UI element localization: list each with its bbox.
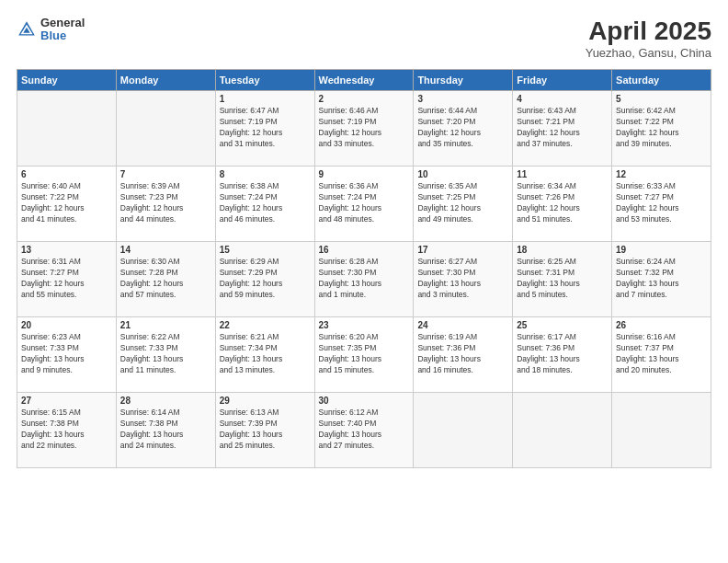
day-number: 12 (616, 169, 707, 179)
title-month: April 2025 (586, 17, 711, 46)
calendar-row: 13Sunrise: 6:31 AM Sunset: 7:27 PM Dayli… (17, 242, 711, 317)
calendar-cell (414, 393, 513, 468)
calendar-cell: 29Sunrise: 6:13 AM Sunset: 7:39 PM Dayli… (215, 393, 314, 468)
calendar-cell: 19Sunrise: 6:24 AM Sunset: 7:32 PM Dayli… (612, 242, 711, 317)
header-row: Sunday Monday Tuesday Wednesday Thursday… (17, 70, 711, 91)
calendar-cell (17, 91, 117, 167)
title-block: April 2025 Yuezhao, Gansu, China (586, 17, 711, 60)
day-info: Sunrise: 6:28 AM Sunset: 7:30 PM Dayligh… (319, 257, 410, 301)
day-info: Sunrise: 6:35 AM Sunset: 7:25 PM Dayligh… (417, 181, 508, 225)
day-number: 1 (220, 94, 311, 104)
header: General Blue April 2025 Yuezhao, Gansu, … (17, 17, 711, 60)
day-info: Sunrise: 6:36 AM Sunset: 7:24 PM Dayligh… (319, 181, 410, 225)
day-info: Sunrise: 6:20 AM Sunset: 7:35 PM Dayligh… (319, 332, 410, 376)
day-info: Sunrise: 6:42 AM Sunset: 7:22 PM Dayligh… (616, 106, 707, 150)
day-info: Sunrise: 6:24 AM Sunset: 7:32 PM Dayligh… (616, 257, 707, 301)
day-number: 21 (120, 320, 211, 330)
day-info: Sunrise: 6:47 AM Sunset: 7:19 PM Dayligh… (220, 106, 311, 150)
day-info: Sunrise: 6:25 AM Sunset: 7:31 PM Dayligh… (517, 257, 608, 301)
calendar-cell: 22Sunrise: 6:21 AM Sunset: 7:34 PM Dayli… (215, 317, 314, 393)
day-info: Sunrise: 6:43 AM Sunset: 7:21 PM Dayligh… (517, 106, 608, 150)
col-friday: Friday (513, 70, 612, 91)
calendar-cell: 28Sunrise: 6:14 AM Sunset: 7:38 PM Dayli… (116, 393, 215, 468)
calendar-cell: 15Sunrise: 6:29 AM Sunset: 7:29 PM Dayli… (215, 242, 314, 317)
col-saturday: Saturday (612, 70, 711, 91)
calendar-cell: 26Sunrise: 6:16 AM Sunset: 7:37 PM Dayli… (612, 317, 711, 393)
day-info: Sunrise: 6:23 AM Sunset: 7:33 PM Dayligh… (21, 332, 112, 376)
day-info: Sunrise: 6:30 AM Sunset: 7:28 PM Dayligh… (120, 257, 211, 301)
day-number: 4 (517, 94, 608, 104)
calendar-cell: 27Sunrise: 6:15 AM Sunset: 7:38 PM Dayli… (17, 393, 117, 468)
logo-icon (17, 19, 37, 40)
col-wednesday: Wednesday (314, 70, 414, 91)
day-number: 11 (517, 169, 608, 179)
day-info: Sunrise: 6:12 AM Sunset: 7:40 PM Dayligh… (319, 408, 410, 452)
calendar-cell (116, 91, 215, 167)
calendar-cell: 18Sunrise: 6:25 AM Sunset: 7:31 PM Dayli… (513, 242, 612, 317)
day-number: 27 (21, 396, 112, 406)
day-info: Sunrise: 6:29 AM Sunset: 7:29 PM Dayligh… (220, 257, 311, 301)
day-info: Sunrise: 6:46 AM Sunset: 7:19 PM Dayligh… (319, 106, 410, 150)
day-info: Sunrise: 6:33 AM Sunset: 7:27 PM Dayligh… (616, 181, 707, 225)
day-number: 19 (616, 245, 707, 255)
day-info: Sunrise: 6:40 AM Sunset: 7:22 PM Dayligh… (21, 181, 112, 225)
day-number: 8 (220, 169, 311, 179)
calendar-cell: 20Sunrise: 6:23 AM Sunset: 7:33 PM Dayli… (17, 317, 117, 393)
day-info: Sunrise: 6:39 AM Sunset: 7:23 PM Dayligh… (120, 181, 211, 225)
logo: General Blue (17, 17, 85, 43)
calendar-cell: 23Sunrise: 6:20 AM Sunset: 7:35 PM Dayli… (314, 317, 414, 393)
day-info: Sunrise: 6:34 AM Sunset: 7:26 PM Dayligh… (517, 181, 608, 225)
calendar-body: 1Sunrise: 6:47 AM Sunset: 7:19 PM Daylig… (17, 91, 711, 468)
day-number: 2 (319, 94, 410, 104)
day-number: 5 (616, 94, 707, 104)
day-number: 30 (319, 396, 410, 406)
calendar-cell: 25Sunrise: 6:17 AM Sunset: 7:36 PM Dayli… (513, 317, 612, 393)
day-number: 15 (220, 245, 311, 255)
day-number: 6 (21, 169, 112, 179)
calendar-table: Sunday Monday Tuesday Wednesday Thursday… (17, 69, 711, 468)
calendar-cell (612, 393, 711, 468)
calendar-cell: 10Sunrise: 6:35 AM Sunset: 7:25 PM Dayli… (414, 167, 513, 242)
day-number: 3 (417, 94, 508, 104)
day-info: Sunrise: 6:16 AM Sunset: 7:37 PM Dayligh… (616, 332, 707, 376)
day-number: 20 (21, 320, 112, 330)
col-tuesday: Tuesday (215, 70, 314, 91)
logo-general: General (40, 17, 85, 29)
day-number: 22 (220, 320, 311, 330)
day-info: Sunrise: 6:15 AM Sunset: 7:38 PM Dayligh… (21, 408, 112, 452)
col-sunday: Sunday (17, 70, 117, 91)
day-number: 14 (120, 245, 211, 255)
calendar-row: 27Sunrise: 6:15 AM Sunset: 7:38 PM Dayli… (17, 393, 711, 468)
calendar-row: 6Sunrise: 6:40 AM Sunset: 7:22 PM Daylig… (17, 167, 711, 242)
calendar-header: Sunday Monday Tuesday Wednesday Thursday… (17, 70, 711, 91)
calendar-cell: 16Sunrise: 6:28 AM Sunset: 7:30 PM Dayli… (314, 242, 414, 317)
day-info: Sunrise: 6:22 AM Sunset: 7:33 PM Dayligh… (120, 332, 211, 376)
calendar-cell: 21Sunrise: 6:22 AM Sunset: 7:33 PM Dayli… (116, 317, 215, 393)
day-number: 9 (319, 169, 410, 179)
calendar-cell: 13Sunrise: 6:31 AM Sunset: 7:27 PM Dayli… (17, 242, 117, 317)
calendar-page: General Blue April 2025 Yuezhao, Gansu, … (0, 0, 728, 563)
day-number: 26 (616, 320, 707, 330)
calendar-cell (513, 393, 612, 468)
day-info: Sunrise: 6:31 AM Sunset: 7:27 PM Dayligh… (21, 257, 112, 301)
col-monday: Monday (116, 70, 215, 91)
day-number: 16 (319, 245, 410, 255)
title-location: Yuezhao, Gansu, China (586, 46, 711, 60)
calendar-cell: 11Sunrise: 6:34 AM Sunset: 7:26 PM Dayli… (513, 167, 612, 242)
day-number: 29 (220, 396, 311, 406)
calendar-cell: 6Sunrise: 6:40 AM Sunset: 7:22 PM Daylig… (17, 167, 117, 242)
day-number: 23 (319, 320, 410, 330)
day-number: 17 (417, 245, 508, 255)
calendar-cell: 8Sunrise: 6:38 AM Sunset: 7:24 PM Daylig… (215, 167, 314, 242)
calendar-cell: 1Sunrise: 6:47 AM Sunset: 7:19 PM Daylig… (215, 91, 314, 167)
day-number: 24 (417, 320, 508, 330)
day-number: 18 (517, 245, 608, 255)
day-info: Sunrise: 6:19 AM Sunset: 7:36 PM Dayligh… (417, 332, 508, 376)
day-number: 13 (21, 245, 112, 255)
calendar-cell: 24Sunrise: 6:19 AM Sunset: 7:36 PM Dayli… (414, 317, 513, 393)
day-info: Sunrise: 6:17 AM Sunset: 7:36 PM Dayligh… (517, 332, 608, 376)
calendar-row: 20Sunrise: 6:23 AM Sunset: 7:33 PM Dayli… (17, 317, 711, 393)
calendar-cell: 3Sunrise: 6:44 AM Sunset: 7:20 PM Daylig… (414, 91, 513, 167)
day-number: 28 (120, 396, 211, 406)
day-info: Sunrise: 6:13 AM Sunset: 7:39 PM Dayligh… (220, 408, 311, 452)
